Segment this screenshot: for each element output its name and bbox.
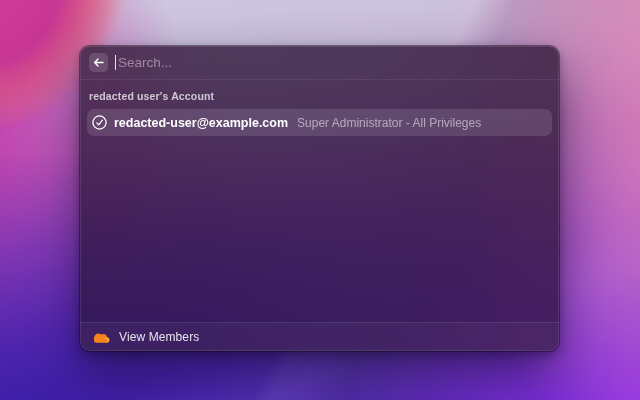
back-button[interactable]	[89, 53, 108, 72]
account-list: redacted user's Account redacted-user@ex…	[80, 80, 559, 322]
account-section-header: redacted user's Account	[89, 90, 550, 102]
account-email: redacted-user@example.com	[114, 116, 288, 130]
view-members-label: View Members	[119, 330, 199, 344]
back-arrow-icon	[93, 58, 104, 67]
search-bar	[80, 46, 559, 80]
account-row[interactable]: redacted-user@example.com Super Administ…	[87, 109, 552, 136]
account-switcher-window: redacted user's Account redacted-user@ex…	[80, 46, 559, 351]
account-role: Super Administrator - All Privileges	[297, 116, 481, 130]
view-members-button[interactable]: View Members	[80, 322, 559, 351]
search-input[interactable]	[116, 55, 550, 71]
checkmark-circle-icon	[92, 115, 107, 130]
cloudflare-cloud-icon	[92, 332, 110, 343]
